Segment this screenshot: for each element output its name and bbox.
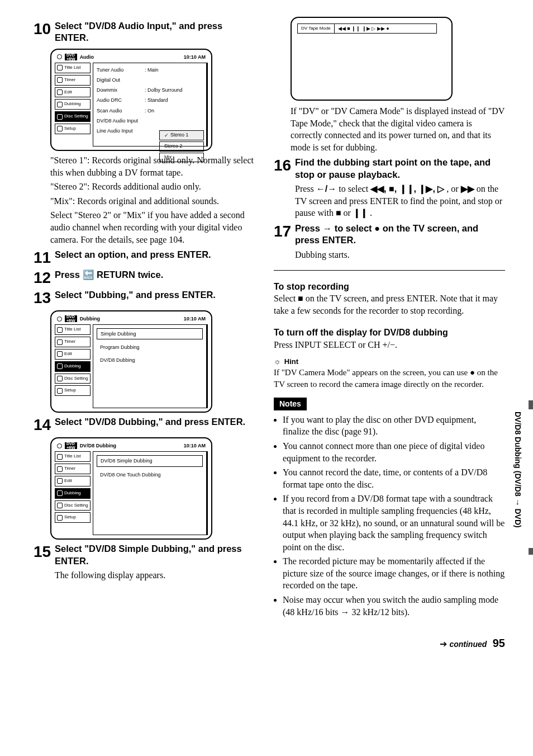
osd-sidebar: Title List Timer Edit Dubbing Disc Setti… [55, 451, 91, 535]
page-number: 95 [493, 637, 505, 649]
option-stereo1[interactable]: ✓Stereo 1 [159, 130, 204, 140]
sidebar-edit[interactable]: Edit [55, 476, 91, 486]
continued-label: continued [449, 640, 487, 649]
step-number: 17 [274, 223, 292, 239]
osd-content: Tuner Audio: Main Digital Out Downmix: D… [93, 63, 208, 147]
sidebar-timer[interactable]: Timer [55, 75, 91, 86]
sidebar-dubbing[interactable]: Dubbing [55, 361, 91, 372]
side-tab-mark [529, 548, 533, 555]
ff-icon: ▶▶ [461, 184, 474, 193]
step10-desc-2: "Stereo 2": Records additional audio onl… [50, 181, 257, 193]
list-icon [57, 65, 63, 70]
dvd-rw-icon: DVD+RW [65, 315, 77, 322]
divider [274, 270, 505, 271]
text: to select [335, 223, 375, 233]
sidebar-edit[interactable]: Edit [55, 349, 91, 360]
osd-sidebar: Title List Timer Edit Dubbing Disc Setti… [55, 324, 91, 408]
sidebar-dubbing[interactable]: Dubbing [55, 488, 91, 499]
sidebar-title-list[interactable]: Title List [55, 324, 91, 335]
sidebar-label: Timer [64, 466, 75, 472]
step-number: 10 [34, 20, 51, 37]
hint-header: ☼ Hint [274, 356, 505, 367]
row-key: Scan Audio [97, 107, 141, 114]
step-number: 11 [34, 249, 51, 266]
option-stereo2[interactable]: Stereo 2 [159, 141, 204, 151]
list-item[interactable]: DV/D8 Simple Dubbing [97, 455, 203, 466]
osd-title: Audio [80, 54, 94, 60]
step-number: 16 [274, 157, 292, 173]
step-description: Dubbing starts. [295, 249, 505, 261]
sidebar-label: Timer [64, 339, 75, 345]
row-key: Audio DRC [97, 97, 141, 103]
dub-icon [57, 102, 63, 107]
row-val: : On [145, 107, 203, 114]
sidebar-label: Title List [64, 327, 81, 333]
list-item[interactable]: DV/D8 One Touch Dubbing [97, 470, 203, 479]
record-icon: ● [470, 367, 475, 377]
row-key: Tuner Audio [97, 67, 141, 73]
pause-icon: ❙❙ [353, 208, 368, 218]
option-mix[interactable]: Mix [159, 153, 204, 162]
check-icon: ✓ [164, 132, 169, 139]
stop-recording-body: Select ■ on the TV screen, and press ENT… [274, 292, 505, 316]
disc-icon [57, 114, 63, 120]
text: to select [339, 184, 370, 193]
step10-desc-4: Select "Stereo 2" or "Mix" if you have a… [50, 209, 257, 245]
sidebar-setup[interactable]: Setup [55, 124, 91, 134]
step-15: 15 Select "DV/D8 Simple Dubbing," and pr… [34, 543, 257, 581]
sidebar-dubbing[interactable]: Dubbing [55, 99, 91, 110]
tape-description: If "DV" or "DV Camera Mode" is displayed… [291, 105, 505, 153]
osd-title: DV/D8 Dubbing [80, 442, 117, 449]
sidebar-title-list[interactable]: Title List [55, 63, 91, 73]
osd-clock: 10:10 AM [184, 442, 206, 449]
note-item: Noise may occur when you switch the audi… [283, 594, 505, 618]
pencil-icon [57, 478, 63, 484]
sidebar-disc-setting[interactable]: Disc Setting [55, 500, 91, 511]
note-item: If you record from a DV/D8 format tape w… [283, 493, 505, 553]
step-number: 15 [34, 543, 51, 560]
heading-stop-recording: To stop recording [274, 281, 505, 293]
list-icon [57, 327, 63, 333]
step-title: Find the dubbing start point on the tape… [295, 157, 505, 181]
step-description: Press ←/→ to select ◀◀, ■, ❙❙, ❙▶, ▷ , o… [295, 183, 505, 219]
step-number: 12 [34, 269, 51, 286]
option-label: Stereo 1 [170, 132, 188, 138]
sidebar-label: Disc Setting [64, 114, 88, 120]
text: or [344, 208, 353, 218]
transport-icons: ◀◀ ■ ❙❙ ❙▶ ▷ ▶▶ ● [335, 24, 393, 33]
step-17: 17 Press → to select ● on the TV screen,… [274, 223, 505, 261]
sidebar-timer[interactable]: Timer [55, 337, 91, 347]
note-item: You cannot connect more than one piece o… [283, 440, 505, 464]
step-number: 14 [34, 416, 51, 433]
row-key: DV/D8 Audio Input [97, 117, 141, 124]
sidebar-setup[interactable]: Setup [55, 512, 91, 523]
stop-icon: ■ [298, 294, 303, 303]
text: Press [295, 223, 323, 233]
sidebar-disc-setting[interactable]: Disc Setting [55, 374, 91, 384]
osd-screen-dvd8: DVD+RW DV/D8 Dubbing 10:10 AM Title List… [50, 437, 212, 540]
sidebar-edit[interactable]: Edit [55, 87, 91, 98]
sidebar-title-list[interactable]: Title List [55, 451, 91, 462]
pencil-icon [57, 89, 63, 95]
osd-sidebar: Title List Timer Edit Dubbing Disc Setti… [55, 63, 91, 147]
dub-icon [57, 490, 63, 496]
step-12: 12 Press 🔙 RETURN twice. [34, 269, 257, 286]
list-item[interactable]: DV/D8 Dubbing [97, 356, 203, 365]
turn-off-body: Press INPUT SELECT or CH +/−. [274, 339, 505, 351]
list-item[interactable]: Simple Dubbing [97, 328, 203, 339]
heading-turn-off-display: To turn off the display for DV/D8 dubbin… [274, 327, 505, 339]
list-icon [57, 454, 63, 460]
sidebar-disc-setting[interactable]: Disc Setting [55, 111, 91, 122]
sidebar-timer[interactable]: Timer [55, 464, 91, 474]
record-icon: ● [374, 223, 380, 233]
sidebar-label: Dubbing [64, 363, 81, 370]
dvd-rw-icon: DVD+RW [65, 442, 77, 449]
arrow-right-icon: ➔ [440, 639, 447, 649]
step-13: 13 Select "Dubbing," and press ENTER. [34, 289, 257, 306]
sidebar-setup[interactable]: Setup [55, 385, 91, 396]
row-key: Downmix [97, 87, 141, 93]
arrow-right-icon: → [323, 223, 332, 233]
osd-clock: 10:10 AM [184, 54, 206, 60]
list-item[interactable]: Program Dubbing [97, 343, 203, 352]
osd-screen-audio: DVD+RW Audio 10:10 AM Title List Timer E… [50, 49, 212, 151]
